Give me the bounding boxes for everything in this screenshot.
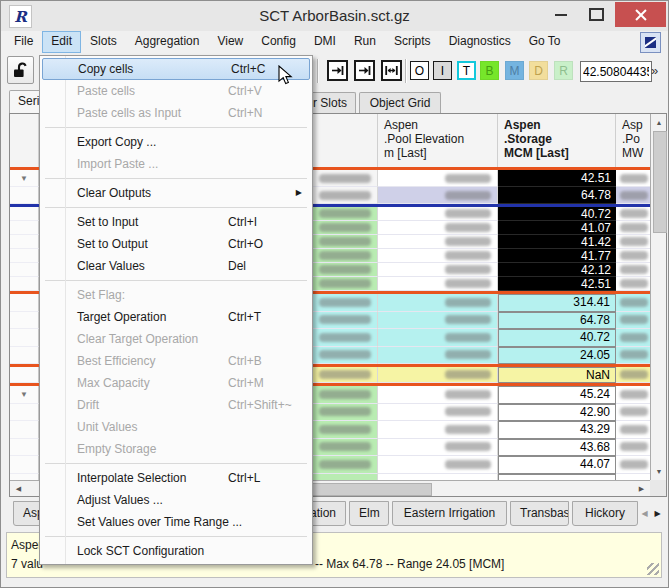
cell-power[interactable] — [616, 207, 650, 221]
cell-power[interactable] — [616, 404, 650, 422]
menu-item-clear-outputs[interactable]: Clear Outputs▶ — [40, 182, 312, 204]
menu-item-clear-values[interactable]: Clear ValuesDel — [40, 255, 312, 277]
menu-item-clear-target-operation[interactable]: Clear Target Operation — [40, 328, 312, 350]
row-handle[interactable] — [10, 404, 39, 422]
cell-storage[interactable]: NaN — [498, 367, 616, 383]
menu-item-set-values-over-time-range[interactable]: Set Values over Time Range ... — [40, 511, 312, 533]
object-tab-hickory[interactable]: Hickory — [572, 501, 638, 526]
row-handle[interactable]: ▼ — [10, 170, 39, 187]
overflow-chevron-icon[interactable]: » — [651, 63, 658, 78]
flag-b-button[interactable]: B — [480, 61, 499, 80]
cell-storage[interactable]: 42.12 — [498, 263, 616, 277]
cell-power[interactable] — [616, 456, 650, 474]
cell-power[interactable] — [616, 170, 650, 187]
menu-item-adjust-values[interactable]: Adjust Values ... — [40, 489, 312, 511]
menubar-item-scripts[interactable]: Scripts — [385, 31, 440, 53]
cell-power[interactable] — [616, 439, 650, 457]
menu-item-best-efficiency[interactable]: Best EfficiencyCtrl+B — [40, 350, 312, 372]
object-tab-transbasin[interactable]: Transbasin — [510, 501, 569, 526]
cell-pool-elevation[interactable] — [378, 404, 498, 422]
menubar-item-dmi[interactable]: DMI — [305, 31, 345, 53]
cell-storage[interactable]: 41.42 — [498, 235, 616, 249]
row-handle[interactable] — [10, 367, 39, 383]
cell-storage[interactable]: 41.77 — [498, 249, 616, 263]
maximize-button[interactable] — [580, 2, 613, 27]
cell-power[interactable] — [616, 329, 650, 347]
tab-next-icon[interactable]: ▶ — [651, 503, 664, 524]
row-handle[interactable]: ▼ — [10, 386, 39, 404]
menu-item-unit-values[interactable]: Unit Values — [40, 416, 312, 438]
scroll-to-start-button[interactable] — [327, 60, 348, 81]
cell-pool-elevation[interactable] — [378, 187, 498, 204]
cell-power[interactable] — [616, 386, 650, 404]
object-tab-elm[interactable]: Elm — [349, 501, 389, 526]
resize-grip[interactable] — [647, 563, 659, 575]
cell-pool-elevation[interactable] — [378, 347, 498, 365]
menu-item-set-to-output[interactable]: Set to OutputCtrl+O — [40, 233, 312, 255]
row-handle[interactable] — [10, 277, 39, 291]
cell-pool-elevation[interactable] — [378, 263, 498, 277]
menubar-item-view[interactable]: View — [208, 31, 252, 53]
menu-item-set-to-input[interactable]: Set to InputCtrl+I — [40, 211, 312, 233]
menu-item-import-paste[interactable]: Import Paste ... — [40, 153, 312, 175]
cell-power[interactable] — [616, 187, 650, 204]
cell-pool-elevation[interactable] — [378, 329, 498, 347]
cell-storage[interactable]: 40.72 — [498, 207, 616, 221]
row-handle[interactable] — [10, 421, 39, 439]
cell-pool-elevation[interactable] — [378, 235, 498, 249]
cell-pool-elevation[interactable] — [378, 277, 498, 291]
menu-item-lock-sct-configuration[interactable]: Lock SCT Configuration — [40, 540, 312, 562]
cell-storage[interactable]: 45.24 — [498, 386, 616, 404]
column-header-storage[interactable]: Aspen.StorageMCM [Last] — [498, 114, 616, 167]
vertical-scrollbar[interactable]: ▲ ▼ — [650, 114, 666, 480]
minimize-button[interactable] — [544, 2, 577, 27]
cell-power[interactable] — [616, 263, 650, 277]
cell-storage[interactable]: 42.51 — [498, 277, 616, 291]
menu-item-paste-cells[interactable]: Paste cellsCtrl+V — [40, 80, 312, 102]
row-handle[interactable] — [10, 249, 39, 263]
cell-power[interactable] — [616, 249, 650, 263]
lock-button[interactable] — [7, 56, 34, 84]
menu-item-drift[interactable]: DriftCtrl+Shift+~ — [40, 394, 312, 416]
cell-storage[interactable]: 42.90 — [498, 404, 616, 422]
cell-storage[interactable]: 41.07 — [498, 221, 616, 235]
scroll-down-icon[interactable]: ▼ — [652, 464, 666, 479]
cell-pool-elevation[interactable] — [378, 456, 498, 474]
scroll-up-icon[interactable]: ▲ — [652, 115, 666, 130]
flag-d-button[interactable]: D — [529, 61, 548, 80]
flag-t-button[interactable]: T — [457, 61, 476, 80]
collapse-triangle-icon[interactable]: ▼ — [20, 170, 28, 187]
cell-power[interactable] — [616, 294, 650, 312]
menu-item-paste-cells-as-input[interactable]: Paste cells as InputCtrl+N — [40, 102, 312, 124]
flag-m-button[interactable]: M — [505, 61, 524, 80]
cell-storage[interactable]: 40.72 — [498, 329, 616, 347]
row-handle[interactable] — [10, 235, 39, 249]
vertical-scrollbar-thumb[interactable] — [653, 131, 667, 233]
cell-storage[interactable]: 42.51 — [498, 170, 616, 187]
menu-item-target-operation[interactable]: Target OperationCtrl+T — [40, 306, 312, 328]
collapse-triangle-icon[interactable]: ▼ — [20, 386, 28, 403]
cell-pool-elevation[interactable] — [378, 439, 498, 457]
column-header-power[interactable]: Asp.PoMW — [616, 114, 650, 167]
row-handle[interactable] — [10, 187, 39, 204]
flag-i-button[interactable]: I — [433, 61, 452, 80]
cell-power[interactable] — [616, 221, 650, 235]
row-handle[interactable] — [10, 329, 39, 347]
cell-power[interactable] — [616, 347, 650, 365]
flag-o-button[interactable]: O — [410, 61, 429, 80]
cell-pool-elevation[interactable] — [378, 386, 498, 404]
menubar-item-slots[interactable]: Slots — [81, 31, 126, 53]
cell-storage[interactable]: 43.68 — [498, 439, 616, 457]
cell-pool-elevation[interactable] — [378, 421, 498, 439]
row-handle[interactable] — [10, 207, 39, 221]
menubar-item-file[interactable]: File — [5, 31, 42, 53]
menubar-item-edit[interactable]: Edit — [42, 31, 81, 53]
menubar-item-diagnostics[interactable]: Diagnostics — [440, 31, 520, 53]
menu-item-max-capacity[interactable]: Max CapacityCtrl+M — [40, 372, 312, 394]
menu-item-interpolate-selection[interactable]: Interpolate SelectionCtrl+L — [40, 467, 312, 489]
flag-r-button[interactable]: R — [554, 61, 573, 80]
cell-storage[interactable]: 24.05 — [498, 347, 616, 365]
menubar-item-aggregation[interactable]: Aggregation — [126, 31, 209, 53]
sct-logo-button[interactable] — [640, 32, 661, 53]
cell-pool-elevation[interactable] — [378, 207, 498, 221]
